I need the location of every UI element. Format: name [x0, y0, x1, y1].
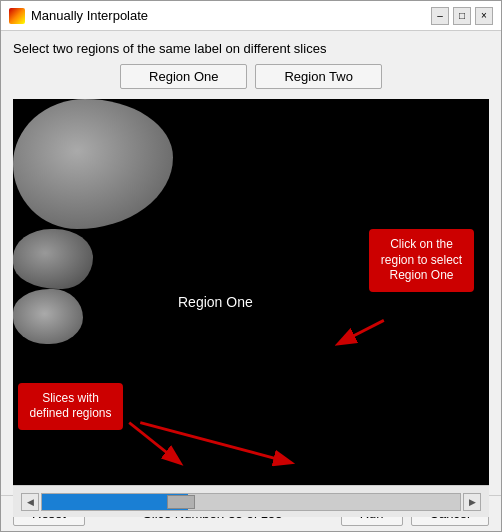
rock-shape-bottom-right[interactable] [13, 289, 83, 344]
window-title: Manually Interpolate [31, 8, 148, 23]
app-icon [9, 8, 25, 24]
slice-slider-area: ◀ ▶ [13, 485, 489, 517]
title-bar-left: Manually Interpolate [9, 8, 148, 24]
region-one-button[interactable]: Region One [120, 64, 247, 89]
scroll-right-button[interactable]: ▶ [463, 493, 481, 511]
svg-line-3 [140, 423, 289, 463]
minimize-button[interactable]: – [431, 7, 449, 25]
callout-slices: Slices with defined regions [18, 383, 123, 430]
rock-shape-top-right [13, 229, 93, 289]
slice-slider-fill [42, 494, 188, 510]
callout-region-one: Click on the region to select Region One [369, 229, 474, 292]
rock-shape-main [13, 99, 173, 229]
instruction-text: Select two regions of the same label on … [13, 41, 489, 56]
scroll-left-button[interactable]: ◀ [21, 493, 39, 511]
svg-line-2 [129, 423, 179, 463]
content-area: Select two regions of the same label on … [1, 31, 501, 495]
window-controls: – □ × [431, 7, 493, 25]
close-button[interactable]: × [475, 7, 493, 25]
title-bar: Manually Interpolate – □ × [1, 1, 501, 31]
maximize-button[interactable]: □ [453, 7, 471, 25]
svg-line-1 [340, 320, 384, 343]
slice-slider-track[interactable] [41, 493, 461, 511]
image-container: Region One Click on the region to select… [13, 99, 489, 485]
region-two-button[interactable]: Region Two [255, 64, 381, 89]
slice-slider-thumb[interactable] [167, 495, 195, 509]
image-canvas[interactable]: Region One Click on the region to select… [13, 99, 489, 485]
main-window: Manually Interpolate – □ × Select two re… [0, 0, 502, 532]
region-button-group: Region One Region Two [13, 64, 489, 89]
region-one-image-label: Region One [178, 294, 253, 310]
